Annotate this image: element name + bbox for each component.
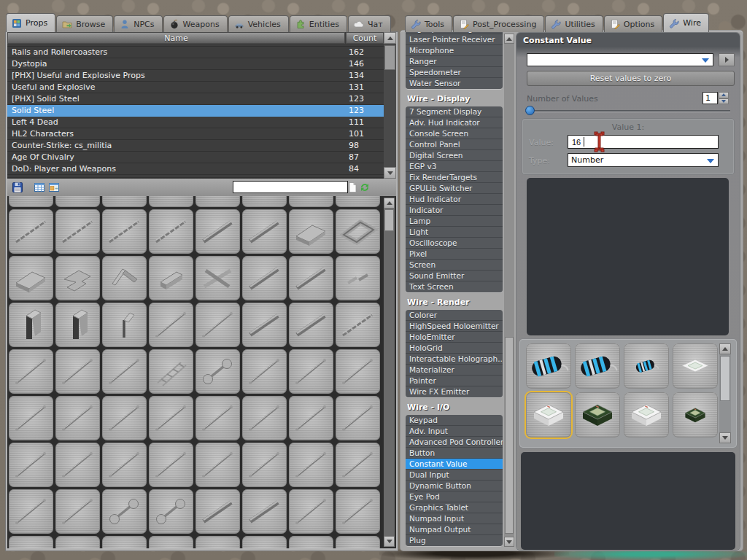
prop-tile[interactable]	[9, 209, 53, 254]
prop-tile[interactable]	[196, 209, 240, 254]
tool-item-adv-input[interactable]: Adv. Input	[406, 426, 503, 437]
prop-tile[interactable]	[9, 396, 53, 440]
page-icon[interactable]	[347, 182, 358, 193]
prop-list-scroll-thumb[interactable]	[384, 45, 395, 70]
prop-tile[interactable]	[289, 536, 333, 548]
prop-tile[interactable]	[102, 489, 147, 534]
tab-entities[interactable]: Entities	[290, 15, 347, 32]
prop-tile[interactable]	[336, 256, 380, 300]
prop-tile[interactable]	[9, 196, 53, 207]
prop-tile[interactable]	[102, 196, 147, 207]
tab-utilities[interactable]: Utilities	[545, 15, 603, 32]
prop-tile[interactable]	[9, 303, 53, 347]
preset-dropdown[interactable]	[527, 53, 713, 66]
wire-spawn-icon-resistor-lg[interactable]	[575, 343, 620, 389]
prop-list-scrollbar[interactable]	[384, 32, 396, 179]
prop-tile[interactable]	[242, 443, 287, 487]
list-view-icon[interactable]	[34, 182, 45, 193]
column-header-name[interactable]: Name	[7, 32, 345, 44]
wire-spawn-icon-chip-green-sm[interactable]	[673, 392, 718, 438]
prop-category-row[interactable]: Rails and Rollercoasters162	[7, 47, 384, 58]
tool-item-screen[interactable]: Screen	[406, 260, 503, 271]
prop-tile[interactable]	[149, 536, 193, 548]
refresh-icon[interactable]	[359, 182, 371, 193]
prop-tile[interactable]	[9, 536, 53, 548]
tool-item-highspeed-holoemitter[interactable]: HighSpeed Holoemitter	[406, 321, 503, 332]
prop-tile[interactable]	[9, 489, 53, 534]
prop-tile[interactable]	[242, 209, 287, 254]
search-input[interactable]	[233, 181, 348, 193]
wire-icons-scroll-down[interactable]	[719, 432, 731, 443]
prop-tile[interactable]	[102, 209, 147, 254]
tab-wire[interactable]: Wire	[663, 13, 709, 32]
tool-item-water-sensor[interactable]: Water Sensor	[406, 78, 503, 89]
prop-tile[interactable]	[55, 443, 100, 487]
icon-view-icon[interactable]	[48, 182, 60, 193]
prop-tile[interactable]	[149, 396, 193, 440]
wire-icons-scrollbar[interactable]	[719, 343, 731, 443]
tool-item-console-screen[interactable]: Console Screen	[406, 128, 503, 139]
tool-item-dual-input[interactable]: Dual Input	[406, 470, 503, 481]
prop-tile[interactable]	[289, 349, 333, 394]
tool-item-numpad-output[interactable]: Numpad Output	[406, 524, 503, 535]
prop-tile[interactable]	[289, 396, 333, 440]
prop-tile[interactable]	[336, 536, 380, 548]
prop-tile[interactable]	[55, 536, 100, 548]
prop-tile[interactable]	[55, 349, 100, 394]
tool-item-button[interactable]: Button	[406, 448, 503, 459]
prop-tile[interactable]	[242, 536, 287, 548]
tool-item-interactable-holograph[interactable]: Interactable Holograph...	[406, 354, 503, 365]
prop-tile[interactable]	[289, 196, 333, 207]
tool-item-laser-pointer-receiver[interactable]: Laser Pointer Receiver	[406, 34, 503, 45]
tool-item-text-screen[interactable]: Text Screen	[406, 281, 503, 292]
prop-tile[interactable]	[289, 209, 333, 254]
prop-tile[interactable]	[102, 349, 147, 394]
slider-handle[interactable]	[525, 106, 535, 115]
spinner-up-button[interactable]	[719, 92, 729, 98]
prop-grid-scroll-down[interactable]	[384, 536, 395, 547]
tool-item-sound-emitter[interactable]: Sound Emitter	[406, 271, 503, 281]
prop-tile[interactable]	[289, 303, 333, 347]
tool-item-plug[interactable]: Plug	[406, 535, 503, 546]
tool-item-control-panel[interactable]: Control Panel	[406, 139, 503, 150]
tool-item-numpad-input[interactable]: Numpad Input	[406, 513, 503, 524]
prop-tile[interactable]	[196, 196, 240, 207]
prop-tile[interactable]	[242, 489, 287, 534]
prop-tile[interactable]	[149, 256, 193, 300]
prop-tile[interactable]	[102, 396, 147, 440]
tool-item-hologrid[interactable]: HoloGrid	[406, 343, 503, 354]
preset-next-button[interactable]	[719, 53, 735, 66]
tool-item-holoemitter[interactable]: HoloEmitter	[406, 332, 503, 343]
tool-item-7-segment-display[interactable]: 7 Segment Display	[406, 106, 503, 117]
tab-vehicles[interactable]: Vehicles	[228, 15, 289, 32]
reset-values-button[interactable]: Reset values to zero	[527, 71, 735, 86]
prop-tile[interactable]	[149, 443, 193, 487]
prop-tile[interactable]	[336, 396, 380, 440]
prop-tile[interactable]	[336, 303, 380, 347]
prop-tile[interactable]	[55, 209, 100, 254]
tab-props[interactable]: Props	[6, 13, 55, 32]
tool-item-constant-value[interactable]: Constant Value	[406, 459, 503, 470]
number-of-values-spinner[interactable]	[719, 92, 729, 104]
prop-tile[interactable]	[55, 303, 100, 347]
save-icon[interactable]	[12, 182, 23, 193]
prop-category-row[interactable]: Left 4 Dead111	[7, 117, 384, 128]
prop-category-row[interactable]: DoD: Player and Weapons84	[7, 163, 384, 175]
prop-tile[interactable]	[242, 396, 287, 440]
prop-tile[interactable]	[149, 303, 193, 347]
tool-item-hud-indicator[interactable]: Hud Indicator	[406, 194, 503, 205]
tab-weapons[interactable]: Weapons	[163, 15, 228, 32]
prop-tile[interactable]	[149, 349, 193, 394]
prop-tile[interactable]	[336, 443, 380, 487]
tab-tools[interactable]: Tools	[405, 15, 452, 32]
prop-tile[interactable]	[289, 256, 333, 300]
tool-list-scroll-thumb[interactable]	[505, 337, 514, 534]
tool-item-colorer[interactable]: Colorer	[406, 310, 503, 321]
tool-item-digital-screen[interactable]: Digital Screen	[406, 150, 503, 161]
prop-tile[interactable]	[149, 196, 193, 207]
tab-post-processing[interactable]: Post_Processing	[453, 15, 544, 32]
wire-icons-scroll-thumb[interactable]	[720, 356, 730, 401]
tool-item-egp-v3[interactable]: EGP v3	[406, 161, 503, 172]
prop-tile[interactable]	[242, 349, 287, 394]
value-input[interactable]	[568, 135, 719, 149]
